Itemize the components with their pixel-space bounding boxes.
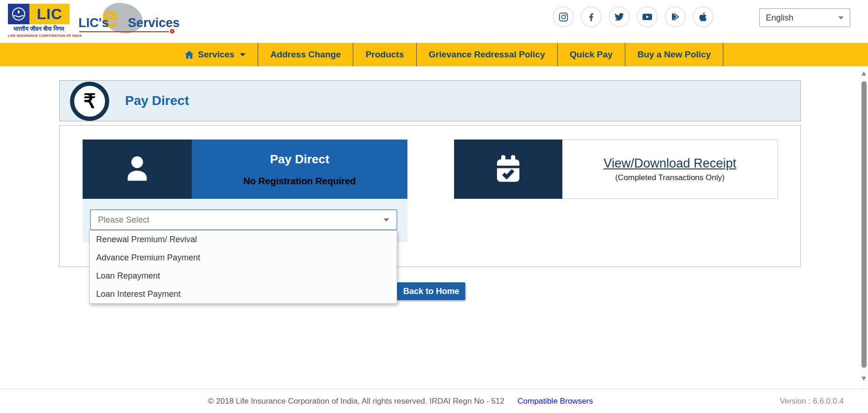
google-play-icon[interactable] [665,7,686,27]
lic-full-name: LIFE INSURANCE CORPORATION OF INDIA [8,34,70,38]
page-title: Pay Direct [125,81,189,121]
chevron-down-icon [240,53,245,56]
scroll-up-arrow-icon[interactable] [861,71,866,76]
page-title-bar: ₹ Pay Direct [59,80,801,121]
language-value: English [766,13,793,23]
dropdown-option-renewal-premium[interactable]: Renewal Premium/ Revival [90,231,397,249]
pay-direct-card-subtitle: No Registration Required [243,176,356,187]
receipt-card-text: View/Download Receipt (Completed Transac… [562,140,778,199]
lic-logo[interactable]: LIC भारतीय जीवन बीमा निगम LIFE INSURANCE… [8,4,70,38]
nav-item-label: Buy a New Policy [637,49,711,60]
back-to-home-button[interactable]: Back to Home [397,282,465,300]
nav-item-services[interactable]: Services [172,43,258,66]
scroll-down-arrow-icon[interactable] [861,377,866,381]
youtube-icon[interactable] [637,7,658,27]
nav-item-buy-new-policy[interactable]: Buy a New Policy [625,43,723,66]
chevron-down-icon [384,218,389,222]
dropdown-option-loan-interest[interactable]: Loan Interest Payment [90,285,397,303]
version-text: Version : 6.6.0.0.4 [780,389,844,413]
apple-icon[interactable] [693,7,714,27]
nav-item-grievance-policy[interactable]: Grievance Redressal Policy [417,43,558,66]
nav-item-label: Address Change [270,49,341,60]
nav-item-label: Services [198,49,234,60]
eservices-underline [79,31,169,32]
receipt-note: (Completed Transactions Only) [615,173,724,182]
home-icon [184,49,195,60]
pay-direct-card: Pay Direct No Registration Required [83,140,407,199]
pay-direct-card-icon-box [83,140,192,199]
view-download-receipt-link[interactable]: View/Download Receipt [603,156,736,171]
lic-logo-top: LIC [8,4,70,24]
nav-item-quick-pay[interactable]: Quick Pay [558,43,625,66]
vertical-scrollbar[interactable] [860,66,868,389]
eservices-prefix: LIC's [78,16,109,30]
rupee-icon: ₹ [70,82,109,121]
pay-direct-panel: Pay Direct No Registration Required Plea… [59,125,801,267]
footer-center: © 2018 Life Insurance Corporation of Ind… [0,389,801,413]
lic-abbr: LIC [29,4,70,24]
footer: © 2018 Life Insurance Corporation of Ind… [0,389,868,413]
compatible-browsers-link[interactable]: Compatible Browsers [518,397,593,406]
nav-item-label: Quick Pay [570,49,613,60]
lic-hindi-name: भारतीय जीवन बीमा निगम [8,26,70,33]
dropdown-option-advance-premium[interactable]: Advance Premium Payment [90,249,397,267]
payment-type-dropdown: Renewal Premium/ Revival Advance Premium… [89,230,397,304]
eservices-suffix: Services [128,16,180,30]
page: LIC भारतीय जीवन बीमा निगम LIFE INSURANCE… [0,0,868,413]
nav-item-label: Grievance Redressal Policy [429,49,545,60]
rupee-symbol: ₹ [84,91,96,111]
twitter-icon[interactable] [609,7,630,27]
person-icon [121,152,154,187]
payment-type-placeholder: Please Select [98,215,149,225]
pay-direct-card-text: Pay Direct No Registration Required [192,140,407,199]
main-nav: Services Address Change Products Grievan… [0,43,868,66]
top-header: LIC भारतीय जीवन बीमा निगम LIFE INSURANCE… [0,0,868,43]
receipt-section: View/Download Receipt (Completed Transac… [454,140,778,199]
copyright-text: © 2018 Life Insurance Corporation of Ind… [208,397,504,406]
nav-item-products[interactable]: Products [353,43,416,66]
eservices-dot [170,29,175,34]
eservices-logo[interactable]: e LIC's Services [78,3,176,36]
receipt-card-icon-box [454,140,562,199]
scrollbar-thumb[interactable] [861,81,867,368]
calendar-check-icon [491,152,525,187]
social-links [553,7,714,27]
facebook-icon[interactable] [581,7,602,27]
chevron-down-icon [838,16,844,20]
dropdown-option-loan-repayment[interactable]: Loan Repayment [90,267,397,285]
language-select[interactable]: English [759,8,850,27]
nav-item-label: Products [365,49,404,60]
payment-type-select[interactable]: Please Select [90,210,397,230]
pay-direct-card-title: Pay Direct [270,152,329,167]
lic-emblem-icon [8,4,29,24]
instagram-icon[interactable] [553,7,574,27]
nav-items: Services Address Change Products Grievan… [172,43,723,66]
nav-item-address-change[interactable]: Address Change [258,43,353,66]
pay-direct-section: Pay Direct No Registration Required Plea… [83,140,407,242]
